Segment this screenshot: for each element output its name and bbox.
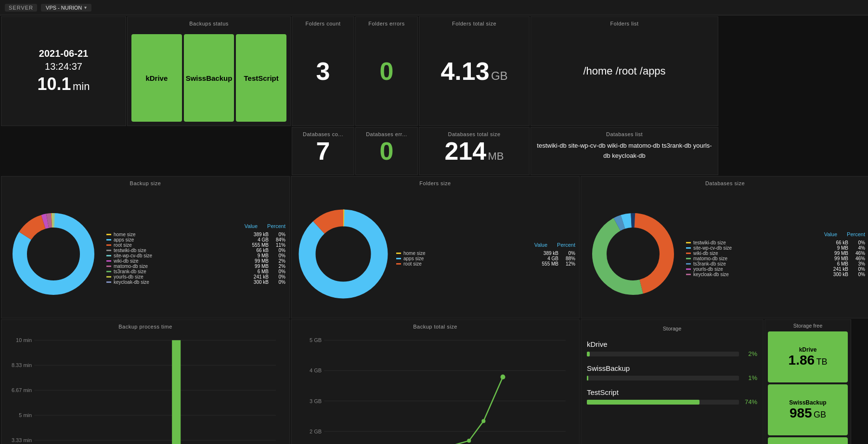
legend-item-name: wiki-db size [693, 251, 822, 256]
legend-item-percent: 0% [851, 272, 865, 277]
duration-display: 10.1 [38, 74, 71, 94]
backup-size-title: Backup size [1, 180, 289, 186]
legend-item-percent: 0% [561, 251, 575, 256]
svg-text:5 min: 5 min [19, 412, 32, 418]
folders-errors-title: Folders errors [356, 21, 417, 26]
legend-color-swatch [686, 242, 691, 243]
legend-item-value: 9 MB [824, 245, 848, 251]
legend-row: testwiki-db size 66 kB 0% [686, 240, 865, 245]
legend-item-value: 66 kB [245, 248, 269, 253]
backup-process-time-chart: Backup process time 10 min 8.33 min 6.67… [1, 319, 290, 444]
storage-title: Storage [587, 326, 757, 331]
vps-selector[interactable]: VPS - NURION [41, 4, 91, 12]
legend-item-name: home size [114, 232, 242, 237]
legend-item-percent: 0% [271, 269, 285, 274]
folders-count-title: Folders count [292, 21, 354, 26]
date-display: 2021-06-21 [39, 48, 88, 59]
databases-size-chart: Databases size V [581, 176, 868, 318]
svg-text:6.67 min: 6.67 min [12, 387, 32, 393]
legend-color-swatch [686, 253, 691, 254]
backup-status-card: Backups status kDrive SwissBackup TestSc… [127, 16, 291, 126]
legend-color-swatch [106, 276, 111, 278]
legend-item-name: home size [403, 251, 532, 256]
storage-free-card: Storage free kDrive 1.86 TB SwissBackup … [764, 319, 851, 444]
databases-errors-title: Databases err... [356, 131, 417, 137]
legend-item-value: 389 kB [534, 251, 558, 256]
clock-display: 13:24:37 [45, 61, 82, 72]
legend-item-percent: 46% [851, 256, 865, 261]
legend-color-swatch [106, 244, 111, 246]
legend-item-name: apps size [114, 237, 242, 242]
storage-swissbackup-label: SwissBackup [587, 364, 757, 372]
legend-color-swatch [396, 258, 401, 259]
legend-item-name: keycloak-db size [114, 279, 242, 285]
svg-text:10 min: 10 min [16, 337, 32, 343]
databases-total-size-unit: MB [488, 150, 504, 162]
legend-item-value: 99 MB [245, 258, 269, 264]
legend-color-swatch [686, 258, 691, 259]
legend-row: wiki-db size 99 MB 46% [686, 251, 865, 256]
folders-size-pct-header: Percent [557, 242, 575, 248]
legend-row: root size 555 MB 11% [106, 242, 285, 248]
backup-status-grid: kDrive SwissBackup TestScript [131, 21, 286, 122]
legend-color-swatch [396, 253, 401, 254]
legend-item-name: matomo-db size [114, 264, 242, 269]
svg-point-59 [467, 439, 471, 443]
storage-item-testscript: TestScript 74% [587, 388, 757, 406]
legend-item-name: testwiki-db size [114, 248, 242, 253]
legend-color-swatch [686, 274, 691, 275]
legend-item-value: 4 GB [245, 237, 269, 242]
legend-row: wiki-db size 99 MB 2% [106, 258, 285, 264]
folders-count-card: Folders count 3 [292, 16, 354, 126]
backup-size-value-header: Value [245, 223, 258, 229]
databases-list-title: Databases list [531, 131, 718, 137]
svg-point-7 [307, 218, 379, 290]
legend-color-swatch [396, 263, 401, 265]
legend-item-value: 555 MB [245, 242, 269, 248]
legend-row: matomo-db size 99 MB 2% [106, 264, 285, 269]
legend-row: ts3rank-db size 6 MB 3% [686, 261, 865, 266]
databases-size-value-header: Value [824, 231, 837, 237]
legend-row: home size 389 kB 0% [396, 251, 575, 256]
legend-item-value: 6 MB [245, 269, 269, 274]
folders-errors-value: 0 [380, 59, 394, 84]
legend-row: keycloak-db size 300 kB 0% [106, 279, 285, 285]
storage-card: Storage kDrive 2% SwissBackup 1% TestScr… [581, 319, 764, 444]
databases-total-size-title: Databases total size [419, 131, 529, 137]
legend-item-percent: 12% [561, 261, 575, 266]
legend-row: yourls-db size 241 kB 0% [106, 274, 285, 279]
legend-color-swatch [106, 271, 111, 272]
storage-testscript-pct: 74% [743, 398, 757, 406]
legend-item-value: 99 MB [824, 251, 848, 256]
legend-item-name: root size [403, 261, 532, 266]
legend-item-percent: 0% [851, 266, 865, 272]
legend-color-swatch [106, 239, 111, 241]
svg-point-61 [500, 375, 505, 380]
backup-item-swissbackup: SwissBackup [184, 34, 234, 122]
legend-item-percent: 0% [271, 232, 285, 237]
legend-color-swatch [686, 268, 691, 270]
backup-total-size-title: Backup total size [291, 324, 579, 330]
legend-item-percent: 0% [271, 274, 285, 279]
legend-row: yourls-db size 241 kB 0% [686, 266, 865, 272]
legend-row: site-wp-cv-db size 9 MB 4% [686, 245, 865, 251]
svg-text:3.33 min: 3.33 min [12, 437, 32, 443]
time-card: 2021-06-21 13:24:37 10.1 min [1, 16, 126, 126]
legend-row: root size 555 MB 12% [396, 261, 575, 266]
legend-item-percent: 3% [851, 261, 865, 266]
svg-text:8.33 min: 8.33 min [12, 362, 32, 368]
top-nav: SERVER VPS - NURION [0, 0, 868, 15]
databases-errors-value: 0 [380, 139, 394, 164]
backup-item-kdrive: kDrive [131, 34, 182, 122]
legend-item-value: 555 MB [534, 261, 558, 266]
legend-item-name: apps size [403, 256, 532, 261]
storage-kdrive-fill [587, 352, 590, 356]
folders-size-chart: Folders size Value Percent [291, 176, 580, 318]
svg-text:2 GB: 2 GB [310, 429, 322, 434]
legend-row: ts3rank-db size 6 MB 0% [106, 269, 285, 274]
legend-color-swatch [686, 247, 691, 249]
legend-item-name: yourls-db size [693, 266, 822, 272]
backup-item-testscript: TestScript [236, 34, 286, 122]
databases-errors-card: Databases err... 0 [355, 127, 418, 175]
backup-size-pct-header: Percent [267, 223, 285, 229]
